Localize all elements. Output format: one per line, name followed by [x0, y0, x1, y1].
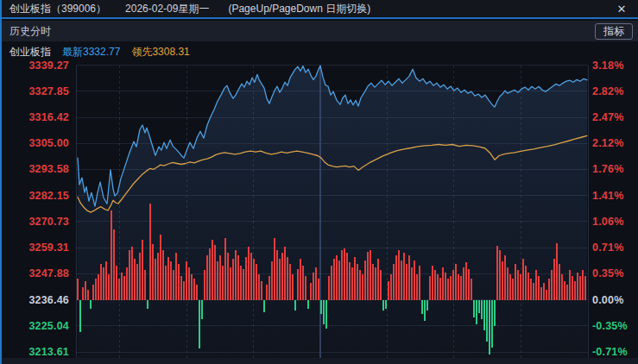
- title-hint: (PageUp/PageDown 日期切换): [228, 2, 370, 16]
- price-axis-label: 3282.15: [0, 189, 69, 203]
- title-bar[interactable]: 创业板指（399006） 2026-02-09星期一 (PageUp/PageD…: [0, 0, 638, 19]
- price-area-fill: [78, 66, 587, 358]
- percent-axis-label: 2.12%: [592, 136, 637, 150]
- legend-leading-value: 领先3308.31: [131, 45, 189, 60]
- percent-axis-label: 2.47%: [592, 110, 637, 124]
- percent-axis-label: 0.35%: [592, 267, 637, 280]
- percent-axis-label: -0.35%: [592, 319, 637, 333]
- intraday-window: 3339.273327.853316.423305.003293.583282.…: [0, 0, 638, 364]
- price-axis-label: 3305.00: [0, 136, 69, 150]
- percent-axis-label: 0.00%: [592, 293, 637, 307]
- price-axis-label: 3236.46: [0, 293, 69, 307]
- indicator-button[interactable]: 指标: [595, 23, 633, 40]
- close-icon[interactable]: ✕: [615, 3, 629, 16]
- price-axis-label: 3213.61: [0, 345, 69, 359]
- legend-symbol-name: 创业板指: [9, 45, 51, 60]
- percent-axis-label: 0.71%: [592, 241, 637, 254]
- toolbar: 历史分时 指标: [0, 21, 638, 41]
- price-axis-label: 3293.58: [0, 162, 69, 176]
- chart-legend: 创业板指 最新3332.77 领先3308.31: [0, 41, 638, 62]
- legend-latest-value: 最新3332.77: [62, 45, 120, 60]
- percent-axis-label: 1.41%: [592, 189, 637, 203]
- time-axis-strip: [2, 358, 638, 364]
- title-symbol: 创业板指（399006）: [9, 2, 106, 16]
- percent-axis-label: -0.71%: [592, 345, 637, 359]
- price-axis-label: 3270.73: [0, 215, 69, 229]
- price-axis-label: 3316.42: [0, 110, 69, 124]
- price-axis-label: 3247.88: [0, 267, 69, 280]
- price-axis-label: 3259.31: [0, 241, 69, 254]
- title-date: 2026-02-09星期一: [125, 2, 209, 16]
- window-accent-border: [0, 0, 2, 364]
- price-axis-label: 3327.85: [0, 85, 69, 98]
- tab-history-intraday[interactable]: 历史分时: [9, 24, 51, 39]
- percent-axis-label: 1.76%: [592, 162, 637, 176]
- percent-axis-label: 2.82%: [592, 85, 637, 98]
- price-axis-label: 3225.04: [0, 319, 69, 333]
- percent-axis-label: 1.06%: [592, 215, 637, 229]
